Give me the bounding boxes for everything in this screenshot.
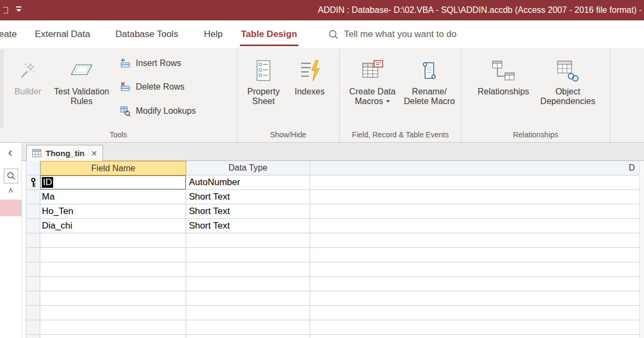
create-data-macros-button[interactable]: Create Data Macros [345, 50, 400, 138]
ribbon-group-tools: Builder Test Validation Rules [0, 48, 237, 142]
row-selector[interactable] [26, 175, 40, 190]
data-type-cell[interactable]: Short Text [186, 219, 310, 233]
nav-selected-object[interactable] [0, 200, 21, 216]
row-selector[interactable] [26, 320, 40, 335]
table-row-empty [26, 233, 644, 248]
property-sheet-button[interactable]: Property Sheet [240, 50, 287, 138]
insert-rows-button[interactable]: Insert Rows [119, 56, 181, 71]
button-label: Test Validation [54, 87, 109, 97]
tab-table-design[interactable]: Table Design [241, 20, 297, 48]
row-selector[interactable] [26, 291, 40, 306]
indexes-button[interactable]: Indexes [289, 50, 331, 138]
data-type-cell[interactable] [186, 306, 310, 320]
button-label: Relationships [478, 87, 529, 97]
search-icon [7, 172, 16, 180]
button-label: Macros [355, 97, 390, 106]
description-cell[interactable] [310, 291, 644, 306]
data-type-cell[interactable] [186, 248, 310, 262]
data-type-cell[interactable]: Short Text [186, 204, 310, 219]
object-dependencies-button[interactable]: Object Dependencies [537, 50, 599, 138]
ribbon-group-relationships: Relationships Object Dependencies [462, 48, 610, 142]
rename-delete-macro-button[interactable]: Rename/ Delete Macro [402, 50, 457, 138]
field-name-cell[interactable]: Dia_chi [40, 219, 186, 233]
tab-thong-tin[interactable]: Thong_tin ✕ [26, 145, 103, 161]
description-cell[interactable] [310, 190, 644, 204]
vertical-scrollbar[interactable] [639, 161, 644, 338]
data-type-cell[interactable] [186, 320, 310, 335]
row-selector[interactable] [26, 190, 40, 204]
property-sheet-icon [254, 58, 273, 84]
grid-corner-cell[interactable] [26, 161, 40, 175]
title-bar: ADDIN : Database- D:\02.VBA - SQL\ADDIN.… [0, 0, 644, 20]
table-row-empty [26, 320, 644, 335]
column-header-data-type[interactable]: Data Type [186, 161, 310, 175]
row-selector[interactable] [26, 248, 40, 262]
button-label: Rules [71, 97, 93, 106]
field-name-cell[interactable]: ID [40, 175, 186, 190]
delete-rows-button[interactable]: Delete Rows [119, 79, 185, 94]
field-name-cell[interactable] [40, 262, 186, 277]
ribbon-group-show-hide: Property Sheet Indexes Show/Hide [237, 48, 340, 142]
row-selector[interactable] [26, 219, 40, 233]
tab-label: Thong_tin [46, 149, 84, 158]
description-cell[interactable] [310, 248, 644, 262]
chevron-up-icon[interactable]: ˄ [4, 187, 17, 196]
row-selector[interactable] [26, 204, 40, 219]
close-icon[interactable]: ✕ [91, 149, 97, 158]
description-cell[interactable] [310, 175, 644, 190]
row-selector[interactable] [26, 335, 40, 338]
tab-external-data[interactable]: External Data [35, 20, 90, 48]
description-cell[interactable] [310, 219, 644, 233]
field-name-cell[interactable] [40, 306, 186, 320]
nav-search-button[interactable] [4, 168, 18, 183]
tell-me-search[interactable]: Tell me what you want to do [344, 20, 457, 48]
quick-access-dropdown-icon[interactable] [15, 6, 23, 14]
table-row: Dia_chi Short Text [26, 219, 644, 233]
field-name-cell[interactable] [40, 248, 186, 262]
data-type-cell[interactable] [186, 335, 310, 338]
builder-button[interactable]: Builder [8, 50, 48, 138]
data-type-cell[interactable] [186, 233, 310, 248]
modify-lookups-button[interactable]: Modify Lookups [119, 104, 196, 119]
insert-rows-icon [119, 58, 131, 69]
column-header-description[interactable]: D [310, 161, 644, 175]
description-cell[interactable] [310, 306, 644, 320]
data-type-cell[interactable] [186, 262, 310, 277]
test-validation-rules-button[interactable]: Test Validation Rules [49, 50, 114, 138]
row-selector[interactable] [26, 262, 40, 277]
chevron-left-icon[interactable]: ‹ [3, 146, 17, 160]
button-label: Object [555, 87, 580, 97]
description-cell[interactable] [310, 262, 644, 277]
description-cell[interactable] [310, 233, 644, 248]
tab-help[interactable]: Help [204, 20, 223, 48]
quick-access-partial-icon[interactable] [3, 7, 8, 13]
field-name-cell[interactable] [40, 233, 186, 248]
button-label: Modify Lookups [136, 106, 196, 116]
selected-field-name: ID [42, 177, 53, 188]
data-type-cell[interactable] [186, 291, 310, 306]
field-name-cell[interactable]: Ho_Ten [40, 204, 186, 219]
row-selector[interactable] [26, 233, 40, 248]
field-name-cell[interactable] [40, 291, 186, 306]
description-cell[interactable] [310, 277, 644, 291]
field-name-cell[interactable] [40, 335, 186, 338]
field-name-cell[interactable]: Ma [40, 190, 186, 204]
data-type-cell[interactable] [186, 277, 310, 291]
search-icon [328, 30, 339, 42]
row-selector[interactable] [26, 306, 40, 320]
description-cell[interactable] [310, 320, 644, 335]
window-title: ADDIN : Database- D:\02.VBA - SQL\ADDIN.… [318, 0, 642, 20]
description-cell[interactable] [310, 335, 644, 338]
field-name-cell[interactable] [40, 277, 186, 291]
row-selector[interactable] [26, 277, 40, 291]
tab-create-partial[interactable]: eate [0, 20, 17, 48]
field-name-cell[interactable] [40, 320, 186, 335]
column-header-field-name[interactable]: Field Name [40, 161, 186, 175]
data-type-cell[interactable]: Short Text [186, 190, 310, 204]
description-cell[interactable] [310, 204, 644, 219]
table-row: ID AutoNumber [26, 175, 644, 190]
relationships-button[interactable]: Relationships [472, 50, 535, 138]
data-type-cell[interactable]: AutoNumber [186, 175, 310, 190]
tab-database-tools[interactable]: Database Tools [115, 20, 178, 48]
delete-rows-icon [119, 82, 131, 92]
